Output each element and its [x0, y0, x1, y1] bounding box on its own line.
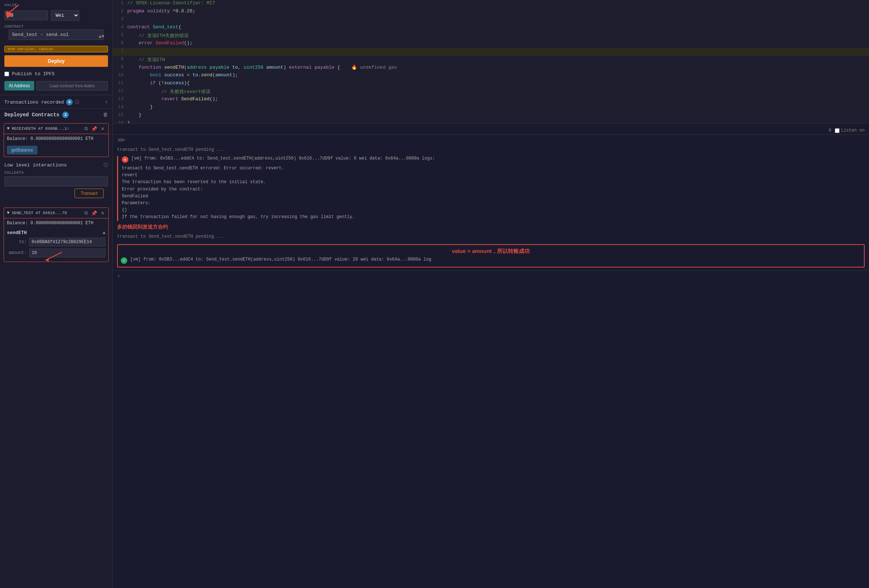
transact-button[interactable]: Transact: [74, 189, 104, 198]
listen-checkbox[interactable]: [835, 128, 839, 133]
success-log-header: ✓ [vm] from: 0x5B3...eddC4 to: Send_test…: [121, 257, 861, 264]
success-log-text: [vm] from: 0x5B3...eddC4 to: Send_test.s…: [130, 257, 431, 262]
amount-field-row: amount:: [7, 249, 105, 257]
evm-badge: evm version: cancun: [4, 46, 108, 52]
listen-label: Listen on: [841, 128, 865, 133]
contract2-actions: ⧉ 📌 ✕: [84, 210, 105, 216]
value-row: Wei Gwei Ether: [0, 9, 112, 22]
chevron-right-icon[interactable]: ›: [105, 99, 108, 105]
unit-select[interactable]: Wei Gwei Ether: [51, 10, 79, 21]
send-eth-section: sendETH ▲ to: amount:: [4, 228, 108, 262]
load-contract-button[interactable]: Load contract from Addre: [36, 81, 108, 90]
log-entry-1: transact to Send_test.sendETH pending ..…: [113, 145, 869, 154]
error-detail-4: The transaction has been reverted to the…: [122, 179, 865, 186]
code-line-4: 4 contract Send_test{: [113, 24, 869, 32]
send-eth-title: sendETH ▲: [7, 230, 105, 235]
contract-label: CONTRACT: [0, 22, 112, 30]
trash-icon[interactable]: 🗑: [103, 112, 108, 118]
copy-icon2[interactable]: ⧉: [84, 210, 88, 216]
code-line-16: 16 }: [113, 120, 869, 124]
prompt-gt: ›: [117, 273, 120, 279]
code-line-12: 12 // 失败就revert错误: [113, 88, 869, 96]
contract2-balance: Balance: 0.000000000000000001 ETH: [4, 218, 108, 228]
info-icon[interactable]: ⓘ: [75, 99, 79, 105]
deploy-button[interactable]: Deploy: [4, 55, 108, 67]
code-line-9: 9 function sendETH(address payable to, u…: [113, 64, 869, 72]
error-detail-5: Error provided by the contract:: [122, 186, 865, 193]
left-panel: VALUE Wei Gwei Ether CONTRACT Send_test …: [0, 0, 113, 588]
error-circle-icon: ✕: [122, 156, 128, 163]
publish-label: Publish to IPFS: [12, 71, 55, 77]
contract2-header: ▼ SEND_TEST AT 0X616...7D ⧉ 📌 ✕: [4, 208, 108, 218]
expand-icon[interactable]: ▲: [102, 230, 105, 235]
transactions-left: Transactions recorded 4 ⓘ: [4, 99, 79, 105]
error-detail-8: {}: [122, 207, 865, 214]
console-input[interactable]: [122, 273, 865, 278]
contract2-title: ▼ SEND_TEST AT 0X616...7D: [7, 210, 67, 216]
get-balance-button[interactable]: getBalance: [7, 146, 37, 154]
console-area: 0 Listen on ⋙ transact to Send_test.send…: [113, 124, 869, 588]
deployed-badge: 2: [62, 111, 69, 118]
zero-value: 0: [829, 128, 831, 133]
publish-checkbox[interactable]: [4, 72, 9, 76]
code-line-5: 5 // 发送ETH失败的错误: [113, 32, 869, 40]
code-line-7: 7: [113, 48, 869, 56]
code-line-10: 10 bool success = to.send(amount);: [113, 72, 869, 80]
amount-input[interactable]: [29, 249, 105, 257]
error-detail-9: If the transaction failed for not having…: [122, 214, 865, 221]
deployed-label: Deployed Contracts: [4, 112, 59, 118]
chevron-down-icon2[interactable]: ▼: [7, 210, 9, 216]
contract1-header: ▼ RECEIVEETH AT 0X86B...1↑ ⧉ 📌 ✕: [4, 124, 108, 134]
at-address-button[interactable]: At Address: [4, 81, 34, 90]
code-line-2: 2 pragma solidity ^0.8.26;: [113, 8, 869, 16]
pin-icon[interactable]: 📌: [90, 126, 98, 132]
transactions-row: Transactions recorded 4 ⓘ ›: [0, 95, 112, 108]
error-detail-1: transact to Send_test.sendETH errored: E…: [122, 165, 865, 172]
amount-label: amount:: [7, 250, 27, 255]
code-line-3: 3: [113, 16, 869, 24]
to-label: to:: [7, 240, 27, 244]
transactions-label: Transactions recorded: [4, 99, 64, 105]
error-detail-3: revert: [122, 172, 865, 179]
pin-icon2[interactable]: 📌: [90, 210, 98, 216]
contract2-name: SEND_TEST AT 0X616...7D: [12, 211, 67, 215]
success-circle-icon: ✓: [121, 257, 127, 264]
log-entry-2: transact to Send_test.sendETH pending ..…: [113, 232, 869, 241]
contract1-title: ▼ RECEIVEETH AT 0X86B...1↑: [7, 126, 70, 131]
calldata-input[interactable]: [4, 176, 108, 187]
code-line-14: 14 }: [113, 104, 869, 112]
contract1-balance: Balance: 0.000000000000000001 ETH: [4, 134, 108, 144]
listen-checkbox-row: Listen on: [835, 128, 865, 133]
low-level-info-icon[interactable]: ⓘ: [104, 162, 108, 168]
right-panel: 1 // SPDX-License-Identifier: MIT 2 prag…: [113, 0, 869, 588]
log2-text: transact to Send_test.sendETH pending ..…: [117, 234, 224, 239]
to-input[interactable]: [29, 238, 105, 246]
contract1-actions: ⧉ 📌 ✕: [84, 126, 105, 132]
error-log-header-text: [vm] from: 0x5B3...eddC4 to: Send_test.s…: [131, 156, 435, 161]
log1-text: transact to Send_test.sendETH pending ..…: [117, 147, 224, 152]
deployed-contracts-header: Deployed Contracts 2 🗑: [0, 108, 112, 121]
chevron-double-icon: ⋙: [113, 135, 869, 145]
code-line-13: 13 revert SendFailed();: [113, 96, 869, 104]
low-level-header: Low level interactions ⓘ: [0, 159, 112, 170]
close-icon[interactable]: ✕: [100, 126, 105, 132]
code-editor: 1 // SPDX-License-Identifier: MIT 2 prag…: [113, 0, 869, 124]
code-line-6: 6 error SendFailed();: [113, 40, 869, 48]
copy-icon[interactable]: ⧉: [84, 126, 88, 132]
code-line-11: 11 if (!success){: [113, 80, 869, 88]
svg-marker-0: [45, 258, 49, 262]
to-field-row: to:: [7, 238, 105, 246]
receive-eth-contract: ▼ RECEIVEETH AT 0X86B...1↑ ⧉ 📌 ✕ Balance…: [4, 123, 109, 157]
code-line-8: 8 // 发送ETH: [113, 56, 869, 64]
at-address-row: At Address Load contract from Addre: [0, 80, 112, 95]
value-input[interactable]: [4, 10, 48, 20]
low-level-label: Low level interactions: [4, 163, 67, 168]
contract1-name: RECEIVEETH AT 0X86B...1↑: [12, 126, 69, 131]
console-input-row: ›: [113, 270, 869, 281]
chevron-down-icon[interactable]: ▼: [7, 126, 9, 131]
contract-select[interactable]: Send_test - send.sol: [9, 30, 104, 40]
send-test-contract: ▼ SEND_TEST AT 0X616...7D ⧉ 📌 ✕ Balance:…: [4, 207, 109, 262]
annotation-cn: 多的钱回到发送方合约: [113, 222, 869, 232]
close-icon2[interactable]: ✕: [100, 210, 105, 216]
value-label: VALUE: [0, 0, 112, 9]
